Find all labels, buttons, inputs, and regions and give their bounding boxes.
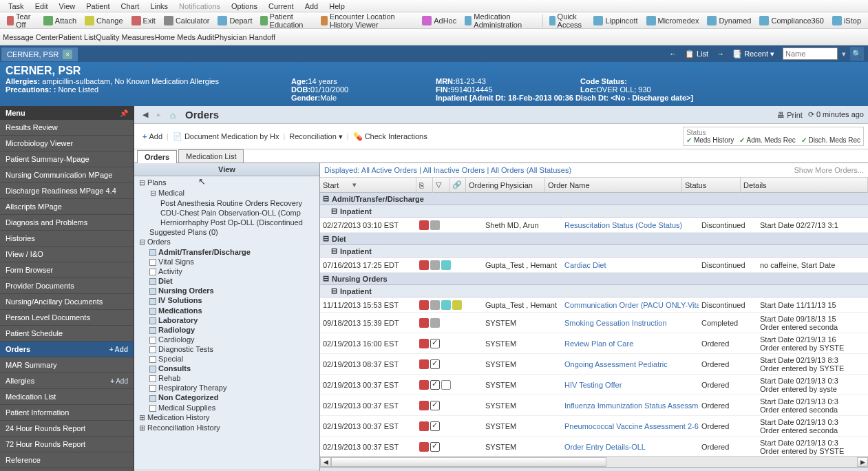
order-row[interactable]: 02/27/2013 03:10 ESTSheth MD, ArunResusc…: [320, 218, 868, 233]
tree-plans[interactable]: ⊟ Plans: [136, 178, 318, 188]
subsection-inpatient[interactable]: ⊟Inpatient: [320, 245, 868, 258]
nav-medication-list[interactable]: Medication List: [0, 389, 134, 405]
tb-adhoc[interactable]: AdHoc: [418, 14, 461, 27]
forward-button[interactable]: ▸: [152, 108, 166, 122]
grid-body[interactable]: ⊟Admit/Transfer/Discharge⊟Inpatient02/27…: [320, 193, 868, 456]
nav-patient-summary-mpage[interactable]: Patient Summary-Mpage: [0, 151, 134, 167]
order-row[interactable]: 09/18/2013 15:39 EDTSYSTEMSmoking Cessat…: [320, 313, 868, 333]
order-name-link[interactable]: Cardiac Diet: [562, 260, 699, 271]
tb-encounter-location-history-viewer[interactable]: Encounter Location History Viewer: [317, 11, 418, 30]
tree-cdu-chest-pain-observation-oll-comp[interactable]: CDU-Chest Pain Observation-OLL (Comp: [136, 208, 318, 218]
tb-attach[interactable]: Attach: [39, 14, 81, 27]
tab-orders[interactable]: Orders: [137, 150, 177, 163]
check-interactions-button[interactable]: 💊 Check Interactions: [349, 131, 432, 143]
tree-rehab[interactable]: Rehab: [136, 373, 318, 383]
collapse-icon[interactable]: ⊟: [331, 207, 337, 216]
tree-orders[interactable]: ⊟ Orders: [136, 237, 318, 247]
order-row[interactable]: 02/19/2013 16:00 ESTSYSTEMReview Plan of…: [320, 333, 868, 354]
nav-histories[interactable]: Histories: [0, 231, 134, 247]
details-bar[interactable]: ▵ Details: [320, 467, 868, 471]
expand-icon[interactable]: ⊞: [138, 423, 145, 432]
order-name-link[interactable]: Smoking Cessation Instruction: [562, 317, 699, 328]
tree-medication-history[interactable]: ⊞ Medication History: [136, 412, 318, 423]
col-physician[interactable]: Ordering Physician: [466, 178, 545, 193]
nav-72-hour-rounds-report[interactable]: 72 Hour Rounds Report: [0, 437, 134, 452]
tb-exit[interactable]: Exit: [127, 14, 160, 27]
pin-icon[interactable]: 📌: [120, 109, 128, 117]
collapse-icon[interactable]: ⊟: [323, 194, 329, 203]
tb-change[interactable]: Change: [81, 14, 127, 27]
menu-help[interactable]: Help: [324, 1, 350, 12]
menu-notifications[interactable]: Notifications: [173, 1, 226, 12]
expand-icon[interactable]: ⊟: [138, 238, 145, 247]
menu-edit[interactable]: Edit: [30, 1, 54, 12]
nav-facesheet[interactable]: FaceSheet: [0, 468, 134, 471]
tb-calculator[interactable]: Calculator: [160, 14, 214, 27]
close-icon[interactable]: ×: [63, 50, 72, 59]
nav-allscripts-mpage[interactable]: Allscripts MPage: [0, 199, 134, 215]
menu-options[interactable]: Options: [226, 1, 263, 12]
checkbox[interactable]: [149, 317, 156, 324]
tree-admit-transfer-discharge[interactable]: Admit/Transfer/Discharge: [136, 247, 318, 257]
subsection-inpatient[interactable]: ⊟Inpatient: [320, 285, 868, 297]
order-name-link[interactable]: Influenza Immunization Status Assessment: [562, 400, 699, 411]
nav-iview---i&o[interactable]: IView / I&O: [0, 247, 134, 262]
recent-button[interactable]: 📑 Recent ▾: [728, 48, 779, 60]
subsection-inpatient[interactable]: ⊟Inpatient: [320, 205, 868, 218]
nav-results-review[interactable]: Results Review: [0, 120, 134, 136]
nav-nursing-ancillary-documents[interactable]: Nursing/Ancillary Documents: [0, 294, 134, 310]
tree-reconciliation-history[interactable]: ⊞ Reconciliation History: [136, 423, 318, 433]
tree-special[interactable]: Special: [136, 354, 318, 364]
add-button[interactable]: + Add: [110, 377, 128, 385]
collapse-icon[interactable]: ⊟: [323, 234, 329, 243]
tb-micromedex[interactable]: Micromedex: [642, 14, 703, 27]
menu-links[interactable]: Links: [145, 1, 173, 12]
nav-patient-information[interactable]: Patient Information: [0, 405, 134, 421]
order-row[interactable]: 02/19/2013 00:37 ESTSYSTEMHIV Testing Of…: [320, 375, 868, 395]
nav-orders[interactable]: Orders+ Add: [0, 342, 134, 357]
section-nursing-orders[interactable]: ⊟Nursing Orders: [320, 273, 868, 285]
nav-person-level-documents[interactable]: Person Level Documents: [0, 310, 134, 326]
section-diet[interactable]: ⊟Diet: [320, 233, 868, 245]
nav-form-browser[interactable]: Form Browser: [0, 262, 134, 278]
checkbox[interactable]: [149, 327, 156, 334]
menu-view[interactable]: View: [54, 1, 81, 12]
tb-compliance360[interactable]: Compliance360: [755, 14, 827, 27]
section-admit-transfer-discharge[interactable]: ⊟Admit/Transfer/Discharge: [320, 193, 868, 205]
menu-add[interactable]: Add: [299, 1, 324, 12]
tree-respiratory-therapy[interactable]: Respiratory Therapy: [136, 383, 318, 392]
home-icon[interactable]: ⌂: [166, 108, 180, 122]
tree-vital-signs[interactable]: Vital Signs: [136, 257, 318, 266]
nav-mar-summary[interactable]: MAR Summary: [0, 357, 134, 373]
tb-tear-off[interactable]: Tear Off: [3, 11, 39, 30]
expand-icon[interactable]: ⊟: [138, 178, 145, 187]
tb-patient-education[interactable]: Patient Education: [256, 11, 316, 30]
arrow-right-icon[interactable]: →: [717, 50, 724, 58]
add-button[interactable]: +Add: [138, 131, 167, 142]
tb-medication-administration[interactable]: Medication Administration: [461, 11, 540, 30]
col-order-name[interactable]: Order Name: [545, 178, 682, 193]
tree-iv-solutions[interactable]: IV Solutions: [136, 295, 318, 305]
order-name-link[interactable]: Review Plan of Care: [562, 338, 699, 349]
order-row[interactable]: 02/19/2013 08:37 ESTSYSTEMOngoing Assess…: [320, 354, 868, 375]
checkbox[interactable]: [149, 278, 156, 285]
tree-herniorrhaphy-post-op-oll-discontinued[interactable]: Herniorrhaphy Post Op-OLL (Discontinued: [136, 218, 318, 227]
refresh-status[interactable]: ⟳ 0 minutes ago: [808, 110, 864, 119]
checkbox[interactable]: [149, 249, 156, 256]
tb-quality-measures[interactable]: Quality Measures: [96, 33, 155, 41]
checkbox[interactable]: [149, 259, 156, 266]
nav-diagnosis-and-problems[interactable]: Diagnosis and Problems: [0, 215, 134, 231]
tree-consults[interactable]: Consults: [136, 364, 318, 373]
tb-istop[interactable]: iStop: [828, 14, 865, 27]
tab-medication-list[interactable]: Medication List: [178, 149, 244, 163]
order-row[interactable]: 02/19/2013 00:37 ESTSYSTEMInfluenza Immu…: [320, 395, 868, 416]
tree-medical-supplies[interactable]: Medical Supplies: [136, 403, 318, 412]
patient-tab[interactable]: CERNER, PSR ×: [1, 48, 78, 61]
recent-dropdown-icon[interactable]: ▾: [842, 50, 846, 59]
tb-quick-access[interactable]: Quick Access: [545, 11, 589, 30]
tree-diet[interactable]: Diet: [136, 276, 318, 286]
tb-patient-list[interactable]: Patient List: [59, 33, 96, 41]
nav-allergies[interactable]: Allergies+ Add: [0, 373, 134, 389]
search-icon[interactable]: 🔍: [850, 47, 864, 61]
tb-lippincott[interactable]: Lippincott: [589, 14, 642, 27]
